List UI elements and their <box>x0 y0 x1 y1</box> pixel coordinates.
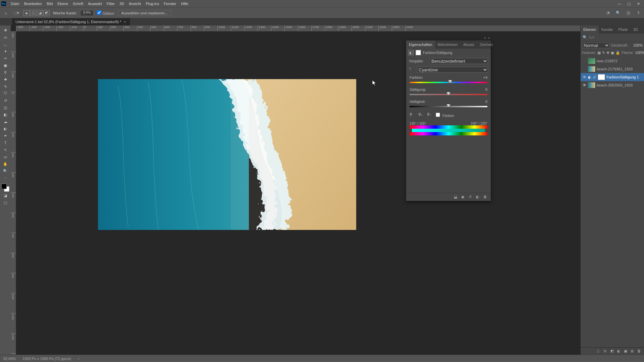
canvas-image[interactable] <box>98 79 356 230</box>
lasso-tool-icon[interactable]: ◡ <box>1 41 9 48</box>
reset-icon[interactable]: ↺ <box>469 195 473 199</box>
trash-icon[interactable]: 🗑 <box>483 195 488 199</box>
menu-ansicht[interactable]: Ansicht <box>129 2 141 6</box>
eyedropper-sub-icon[interactable]: ⚲₋ <box>427 112 432 118</box>
close-tab-icon[interactable]: × <box>124 20 126 24</box>
fx-icon[interactable]: fx <box>604 349 608 354</box>
edit-toolbar-icon[interactable]: ⋯ <box>1 175 9 181</box>
blend-mode-select[interactable]: Normal <box>582 42 610 48</box>
stamp-tool-icon[interactable]: ⛉ <box>1 90 9 97</box>
antialias-checkbox[interactable]: Glätten <box>97 10 114 15</box>
zoom-level[interactable]: 52,84% <box>3 357 16 361</box>
layer-row[interactable]: 👁 ◐ 🔗 Farbton/Sättigung 1 <box>581 73 644 81</box>
tab-3d[interactable]: 3D <box>631 25 641 34</box>
path-tool-icon[interactable]: ↖ <box>1 146 9 153</box>
dodge-tool-icon[interactable]: ◐ <box>1 125 9 132</box>
menu-plugins[interactable]: Plug-ins <box>146 2 159 6</box>
eyedropper-tool-icon[interactable]: ⚲ <box>1 69 9 76</box>
properties-panel[interactable]: «× Eigenschaften Bibliotheken Absatz Zei… <box>406 40 491 201</box>
saturation-value[interactable]: 0 <box>485 87 487 92</box>
visibility-icon[interactable] <box>582 59 587 63</box>
tab-kanaele[interactable]: Kanäle <box>599 25 615 34</box>
scrub-icon[interactable]: ☟ <box>409 67 415 73</box>
menu-datei[interactable]: Datei <box>11 2 19 6</box>
collapse-panel-icon[interactable]: « <box>484 36 486 40</box>
share-icon[interactable]: ⇪ <box>635 9 642 17</box>
tab-absatz[interactable]: Absatz <box>461 41 477 49</box>
layer-name[interactable]: beach-2179361_1920 <box>597 67 643 71</box>
canvas-area[interactable]: -500-400-300-200-10001002003004005006007… <box>11 25 644 355</box>
eyedropper-add-icon[interactable]: ⚲₊ <box>418 112 424 118</box>
crop-tool-icon[interactable]: ✂ <box>1 55 9 62</box>
wand-tool-icon[interactable]: ✦ <box>1 48 9 55</box>
visibility-icon[interactable]: 👁 <box>582 75 587 79</box>
menu-auswahl[interactable]: Auswahl <box>88 2 102 6</box>
feather-input[interactable]: 0 Px <box>80 10 94 16</box>
toggle-visibility-icon[interactable]: ◐ <box>476 195 481 199</box>
tab-ebenen[interactable]: Ebenen <box>581 25 599 34</box>
lock-trans-icon[interactable]: ▦ <box>597 51 601 55</box>
history-brush-icon[interactable]: ↺ <box>1 97 9 104</box>
mask-add-icon[interactable]: ◩ <box>610 349 615 354</box>
layer-row[interactable]: beach-2179361_1920 <box>581 65 644 73</box>
minimize-button[interactable]: — <box>615 1 624 7</box>
layer-thumb[interactable] <box>588 82 595 88</box>
layer-search-input[interactable] <box>589 35 644 40</box>
trash-icon[interactable]: 🗑 <box>637 349 642 354</box>
menu-filter[interactable]: Filter <box>107 2 115 6</box>
workspace-icon[interactable]: ◫ <box>625 9 632 17</box>
link-icon[interactable]: 🔗 <box>593 75 596 79</box>
tab-bibliotheken[interactable]: Bibliotheken <box>435 41 461 49</box>
zoom-tool-icon[interactable]: 🔍 <box>1 168 9 174</box>
menu-hilfe[interactable]: Hilfe <box>181 2 188 6</box>
lock-paint-icon[interactable]: ✎ <box>602 51 605 55</box>
lock-pos-icon[interactable]: ✥ <box>606 51 609 55</box>
document-tab[interactable]: Unbenannt-1 bei 52,8% (Farbton/Sättigung… <box>12 18 130 25</box>
layer-name[interactable]: Farbton/Sättigung 1 <box>606 75 643 79</box>
hue-value[interactable]: +4 <box>483 75 487 79</box>
search-icon[interactable]: 🔍 <box>614 9 622 17</box>
marquee-tool-icon[interactable]: ▭ <box>1 34 9 41</box>
intersect-selection-icon[interactable]: ◩ <box>44 10 50 16</box>
clip-icon[interactable]: ⬓ <box>454 195 459 199</box>
quickmask-icon[interactable]: ◪ <box>1 192 9 199</box>
menu-bild[interactable]: Bild <box>47 2 53 6</box>
frame-tool-icon[interactable]: ▣ <box>1 62 9 69</box>
layer-thumb[interactable] <box>588 58 595 64</box>
menu-bearbeiten[interactable]: Bearbeiten <box>24 2 42 6</box>
screenmode-icon[interactable]: ▢ <box>1 199 9 206</box>
visibility-icon[interactable]: 👁 <box>582 83 587 87</box>
close-button[interactable]: ✕ <box>634 1 643 7</box>
gradient-tool-icon[interactable]: ◧ <box>1 111 9 118</box>
doc-info[interactable]: 1920 Px x 1080 Px (72 ppcm) <box>22 357 71 361</box>
color-swatch[interactable] <box>1 184 9 192</box>
range-handles[interactable] <box>412 129 485 132</box>
fill-value[interactable]: 100% <box>635 51 644 55</box>
menu-schrift[interactable]: Schrift <box>73 2 83 6</box>
new-layer-icon[interactable]: ⊞ <box>631 349 635 354</box>
eyedropper-icon[interactable]: ⚲ <box>410 112 415 118</box>
spectrum-bar[interactable] <box>410 125 487 129</box>
layer-thumb[interactable] <box>588 66 595 72</box>
add-selection-icon[interactable]: ◫ <box>30 10 36 16</box>
healing-tool-icon[interactable]: ✚ <box>1 76 9 83</box>
hue-slider-thumb[interactable] <box>448 80 452 83</box>
doc-info-arrow-icon[interactable]: › <box>78 357 79 361</box>
lock-all-icon[interactable]: 🔒 <box>615 51 620 55</box>
eraser-tool-icon[interactable]: ◫ <box>1 104 9 111</box>
layer-row[interactable]: river-219972 <box>581 57 644 65</box>
pen-tool-icon[interactable]: ✒ <box>1 132 9 139</box>
blur-tool-icon[interactable]: ☁ <box>1 118 9 125</box>
cloud-icon[interactable]: ◔ <box>604 9 612 17</box>
home-icon[interactable]: ⌂ <box>2 9 9 17</box>
layer-row[interactable]: 👁 beach-2562563_1920 <box>581 81 644 89</box>
search-icon[interactable]: 🔍 <box>583 35 587 40</box>
maximize-button[interactable]: ▢ <box>625 1 633 7</box>
lightness-slider-thumb[interactable] <box>447 104 450 107</box>
tab-eigenschaften[interactable]: Eigenschaften <box>406 41 435 49</box>
lock-nest-icon[interactable]: ▣ <box>611 51 614 55</box>
tool-preset-icon[interactable]: ⬚▾ <box>13 9 20 17</box>
select-and-mask-button[interactable]: Auswählen und maskieren... <box>118 10 171 16</box>
tab-zeichen[interactable]: Zeichen <box>477 41 495 49</box>
type-tool-icon[interactable]: T <box>1 139 9 146</box>
